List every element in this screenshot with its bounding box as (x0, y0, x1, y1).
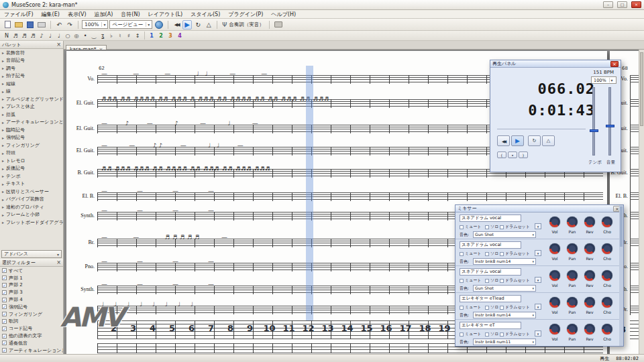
checkbox-icon[interactable] (485, 252, 489, 256)
checkbox-icon[interactable] (485, 279, 489, 283)
voice-button[interactable]: 4 (176, 32, 184, 40)
voice-button[interactable]: 3 (166, 32, 174, 40)
mute-toggle[interactable]: ミュート (460, 304, 481, 310)
pan-knob[interactable] (567, 324, 578, 335)
checkbox-checked-icon[interactable]: ✓ (2, 319, 7, 324)
reverb-knob[interactable] (584, 270, 595, 281)
duration-32nd-button[interactable]: ♬ (20, 32, 28, 40)
sound-select[interactable]: Gun Shot ▾ (473, 231, 536, 238)
filter-item[interactable]: ✓ アーティキュレーションと装飾 (0, 347, 63, 354)
expand-arrow-icon[interactable]: ▸ (2, 89, 4, 94)
solo-toggle[interactable]: ソロ (485, 278, 498, 284)
rest-button[interactable]: ʓ (99, 32, 107, 40)
play-button[interactable]: ▶ (182, 20, 192, 29)
reverb-knob[interactable] (584, 243, 595, 254)
drumset-edit-dropdown[interactable]: ▾ (535, 304, 541, 310)
new-score-button[interactable] (3, 20, 12, 29)
palette-item[interactable]: ▸ テキスト (0, 180, 63, 188)
mute-toggle[interactable]: ミュート (460, 331, 481, 337)
loop-playback-button[interactable]: ↻ (528, 135, 541, 146)
filter-item[interactable]: ✓ 歌詞 (0, 318, 63, 325)
chorus-knob[interactable] (602, 270, 612, 281)
duration-16th-button[interactable]: ♬ (29, 32, 37, 40)
chorus-knob[interactable] (602, 243, 612, 254)
filter-item[interactable]: ✓ 声部 2 (0, 282, 63, 289)
scrollbar-thumb[interactable] (640, 52, 643, 126)
filter-item[interactable]: ✓ フィンガリング (0, 310, 63, 318)
rewind-button[interactable]: ◀◀ (172, 20, 181, 29)
pan-knob[interactable] (567, 217, 578, 227)
palette-item[interactable]: ▸ フレームと小節 (0, 211, 63, 219)
palette-item[interactable]: ▸ 区切りとスペーサー (0, 188, 63, 196)
expand-arrow-icon[interactable]: ▸ (2, 143, 4, 147)
checkbox-icon[interactable] (460, 279, 464, 283)
slider-handle[interactable] (590, 129, 598, 132)
palette-item[interactable]: ▸ ブレスと休止 (0, 103, 63, 111)
palette-item[interactable]: ▸ 符頭 (0, 149, 63, 158)
palette-item[interactable]: ▸ 強弱記号 (0, 134, 63, 142)
checkbox-checked-icon[interactable]: ✓ (2, 334, 7, 339)
drumset-toggle[interactable]: ドラムセット (500, 224, 530, 230)
chorus-knob[interactable] (602, 297, 612, 308)
pan-knob[interactable] (567, 270, 578, 281)
palette-item[interactable]: ▸ フレットボードダイアグラム (0, 219, 63, 227)
channel-name-input[interactable]: スネアドラム vocal (460, 241, 521, 249)
filter-item[interactable]: ✓ 強弱記号 (0, 303, 63, 310)
solo-toggle[interactable]: ソロ (485, 251, 498, 257)
expand-arrow-icon[interactable]: ▸ (2, 58, 4, 63)
mute-toggle[interactable]: ミュート (460, 224, 481, 230)
checkbox-checked-icon[interactable]: ✓ (2, 326, 7, 331)
mixer-titlebar[interactable]: ミキサー × (455, 205, 623, 213)
palette-item[interactable]: ▸ 装飾音符 (0, 49, 63, 57)
filter-item[interactable]: ✓ すべて (0, 267, 63, 274)
chorus-knob[interactable] (602, 324, 612, 335)
expand-arrow-icon[interactable]: ▸ (2, 112, 4, 117)
palette-item[interactable]: ▸ アーティキュレーションと装飾 (0, 119, 63, 127)
checkbox-checked-icon[interactable]: ✓ (2, 298, 7, 302)
expand-arrow-icon[interactable]: ▸ (2, 74, 4, 78)
metronome-button[interactable]: △ (204, 20, 213, 29)
note-input-button[interactable]: N (3, 32, 11, 40)
checkbox-checked-icon[interactable]: ✓ (2, 304, 7, 309)
expand-arrow-icon[interactable]: ▸ (2, 213, 4, 217)
palette-item[interactable]: ▸ 反復記号 (0, 165, 63, 173)
count-in-button[interactable]: • (508, 152, 517, 158)
palette-item[interactable]: ▸ 調号 (0, 64, 63, 72)
palette-item[interactable]: ▸ 括弧 (0, 111, 63, 119)
metronome-button[interactable]: △ (542, 135, 555, 146)
palette-item[interactable]: ▸ 臨時記号 (0, 126, 63, 134)
palette-item[interactable]: ▸ 音部記号 (0, 57, 63, 65)
drumset-toggle[interactable]: ドラムセット (500, 251, 530, 257)
expand-arrow-icon[interactable]: ▸ (2, 66, 4, 70)
play-panel-titlebar[interactable]: 再生パネル × (490, 60, 621, 68)
voice-button[interactable]: 2 (157, 32, 165, 40)
save-button[interactable] (25, 20, 35, 29)
rewind-button[interactable]: ◀◀ (497, 135, 510, 146)
channel-name-input[interactable]: エレキギター eT (460, 322, 521, 329)
filter-item[interactable]: ✓ 声部 1 (0, 274, 63, 282)
menu-item[interactable]: 追加(A) (91, 10, 117, 19)
expand-arrow-icon[interactable]: ▸ (2, 189, 4, 194)
checkbox-icon[interactable] (500, 252, 504, 256)
checkbox-icon[interactable] (460, 225, 464, 229)
flip-direction-button[interactable]: ↕ (133, 32, 142, 40)
checkbox-icon[interactable] (500, 225, 504, 229)
filter-item[interactable]: ✓ 通奏低音 (0, 339, 63, 347)
channel-name-input[interactable]: スネアドラム vocal (460, 268, 521, 276)
filter-item[interactable]: ✓ コード記号 (0, 325, 63, 333)
reverb-knob[interactable] (584, 324, 595, 335)
palette-item[interactable]: ▸ 線 (0, 88, 63, 96)
palette-item[interactable]: ▸ 縦線 (0, 80, 63, 88)
expand-arrow-icon[interactable]: ▸ (2, 220, 4, 225)
duration-breve-button[interactable]: ◎ (72, 32, 80, 40)
sound-select[interactable]: Gun Shot ▾ (473, 285, 536, 292)
reverb-knob[interactable] (584, 217, 595, 227)
workspace-select[interactable]: アドバンス ▾ (1, 250, 62, 258)
filter-item[interactable]: ✓ 声部 4 (0, 296, 63, 304)
pan-knob[interactable] (567, 297, 578, 308)
checkbox-icon[interactable] (460, 252, 464, 256)
menu-item[interactable]: プラグイン(P) (224, 10, 267, 19)
volume-knob[interactable] (549, 217, 560, 227)
loop-playback-button[interactable]: ↻ (193, 20, 203, 29)
channel-name-input[interactable]: エレキギター eTlead (460, 295, 521, 302)
